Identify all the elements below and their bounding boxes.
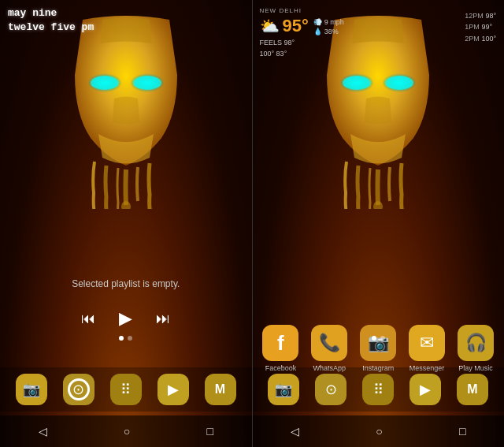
nav-bar-right: ◁ ○ □ [253, 415, 505, 447]
recent-button-right[interactable]: □ [459, 425, 465, 438]
weather-left: NEW DELHI ⛅ 95° FEELS 98° 100° 83° [260, 7, 309, 59]
weather-icon-area: ⛅ 95° [260, 16, 309, 36]
home-button-left[interactable]: ○ [124, 425, 130, 438]
dock-play-right[interactable]: ▶ [410, 374, 441, 405]
weather-forecast: 12PM 98° 1PM 99° 2PM 100° [465, 10, 496, 44]
messenger-icon: ✉ [409, 325, 445, 361]
dock-gmail-right[interactable]: M [457, 374, 488, 405]
forecast-2pm: 2PM 100° [465, 33, 496, 44]
prev-button[interactable]: ⏮ [81, 311, 95, 327]
humidity: 38% [324, 28, 339, 35]
left-screen: may nine twelve five pm Selected playlis… [0, 0, 252, 447]
nav-bar-left: ◁ ○ □ [0, 415, 252, 447]
svg-point-1 [91, 76, 119, 90]
dock-launcher-right[interactable]: ⠿ [362, 374, 394, 405]
wind-icon: 💨 [313, 18, 322, 26]
dot-right-1 [372, 336, 376, 341]
dock-play-left[interactable]: ▶ [158, 374, 189, 405]
app-whatsapp[interactable]: 📞 WhatsApp [311, 325, 347, 372]
dock-camera-left[interactable]: 📷 [16, 374, 47, 405]
svg-point-14 [373, 201, 383, 209]
next-button[interactable]: ⏭ [156, 311, 170, 327]
recent-button-left[interactable]: □ [206, 425, 213, 438]
app-playmusic[interactable]: 🎧 Play Music [458, 325, 494, 372]
dot-2 [128, 336, 132, 341]
app-instagram[interactable]: 📷 Instagram [360, 325, 396, 372]
temp-range: 100° 83° [260, 49, 295, 60]
svg-point-6 [121, 201, 131, 209]
facebook-icon: f [262, 325, 298, 361]
dock-launcher-left[interactable]: ⠿ [110, 374, 142, 405]
dock-chrome-left[interactable]: ⊙ [63, 374, 94, 405]
svg-point-11 [385, 76, 413, 90]
forecast-12pm: 12PM 98° [465, 10, 496, 21]
weather-city: NEW DELHI [260, 7, 302, 14]
feels-like: FEELS 98° [260, 38, 295, 49]
dock-gmail-left[interactable]: M [205, 374, 236, 405]
playmusic-icon: 🎧 [458, 325, 494, 361]
humidity-stat: 💧 38% [313, 28, 344, 35]
weather-temperature: 95° [283, 16, 309, 36]
right-screen: NEW DELHI ⛅ 95° FEELS 98° 100° 83° 💨 9 m… [253, 0, 505, 447]
time-display: may nine twelve five pm [8, 6, 94, 35]
time-line2: twelve five pm [8, 20, 94, 35]
weather-stats: 💨 9 mph 💧 38% [313, 18, 344, 35]
dock-chrome-right[interactable]: ⊙ [315, 374, 346, 405]
playlist-status: Selected playlist is empty. [0, 278, 252, 289]
home-button-right[interactable]: ○ [376, 425, 382, 438]
forecast-1pm: 1PM 99° [465, 21, 496, 32]
dot-right-2 [380, 336, 385, 341]
back-button-right[interactable]: ◁ [291, 425, 299, 438]
back-button-left[interactable]: ◁ [39, 425, 47, 438]
music-controls: ⏮ ▶ ⏭ [0, 308, 252, 329]
wind-stat: 💨 9 mph [313, 18, 344, 26]
svg-point-3 [133, 76, 161, 90]
dock-camera-right[interactable]: 📷 [268, 374, 299, 405]
app-grid: f Facebook 📞 WhatsApp 📷 Instagram ✉ Mess… [253, 325, 505, 372]
time-line1: may nine [8, 6, 94, 20]
page-dots [0, 336, 252, 341]
play-button[interactable]: ▶ [119, 308, 132, 329]
humidity-icon: 💧 [313, 28, 322, 35]
app-messenger[interactable]: ✉ Messenger [409, 325, 445, 372]
weather-widget: NEW DELHI ⛅ 95° FEELS 98° 100° 83° 💨 9 m… [257, 4, 501, 62]
wind-speed: 9 mph [324, 18, 344, 26]
whatsapp-icon: 📞 [311, 325, 347, 361]
bottom-dock-left: 📷 ⊙ ⠿ ▶ M [0, 367, 252, 412]
instagram-icon: 📷 [360, 325, 396, 361]
app-facebook[interactable]: f Facebook [262, 325, 298, 372]
dot-1 [119, 336, 124, 341]
weather-cloud-icon: ⛅ [260, 17, 280, 35]
ironman-mask [59, 12, 193, 209]
bottom-dock-right: 📷 ⊙ ⠿ ▶ M [253, 367, 505, 412]
svg-point-9 [343, 76, 371, 90]
page-dots-right [253, 336, 505, 341]
weather-details: FEELS 98° 100° 83° [260, 38, 295, 59]
